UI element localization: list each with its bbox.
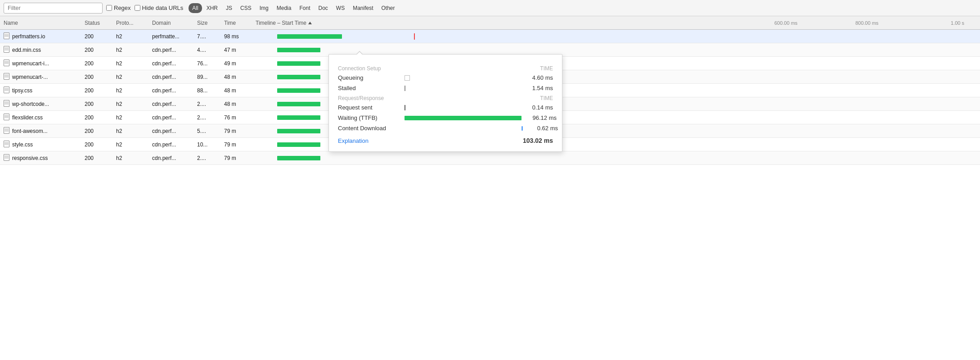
network-table: Name Status Proto... Domain Size Time Ti…	[0, 16, 980, 360]
svg-rect-28	[4, 127, 9, 133]
cell-proto-5: h2	[112, 101, 148, 107]
file-icon-1	[4, 46, 9, 54]
filter-btn-media[interactable]: Media	[273, 3, 295, 13]
col-header-size[interactable]: Size	[193, 20, 220, 26]
cell-time-2: 49 m	[220, 60, 252, 67]
tooltip-explanation-link[interactable]: Explanation	[338, 137, 369, 144]
col-header-timeline[interactable]: Timeline – Start Time 600.00 ms 800.00 m…	[252, 16, 980, 30]
filter-btn-js[interactable]: JS	[222, 3, 236, 13]
svg-rect-36	[4, 154, 9, 160]
tick-800ms: 800.00 ms	[855, 20, 878, 26]
timeline-bar-0	[277, 34, 342, 39]
file-icon-6	[4, 114, 9, 122]
filter-btn-img[interactable]: Img	[256, 3, 272, 13]
cell-size-0: 7....	[193, 33, 220, 40]
tooltip-request-response-time-header: TIME	[540, 95, 553, 101]
cell-name-9: responsive.css	[0, 154, 81, 162]
cell-time-5: 48 m	[220, 101, 252, 107]
cell-time-1: 47 m	[220, 47, 252, 53]
tooltip-request-sent-bar-area	[405, 105, 518, 110]
cell-name-6: flexslider.css	[0, 114, 81, 122]
tooltip-request-sent-label: Request sent	[338, 104, 401, 111]
cell-domain-3: cdn.perf...	[148, 74, 193, 80]
filter-btn-other[interactable]: Other	[378, 3, 399, 13]
row-name-9: responsive.css	[12, 155, 48, 161]
cell-domain-6: cdn.perf...	[148, 114, 193, 121]
cell-time-6: 76 m	[220, 114, 252, 121]
tooltip-content-download-bar	[521, 126, 523, 131]
row-name-3: wpmenucart-...	[12, 74, 48, 80]
timeline-bar-area-0	[256, 33, 976, 40]
file-icon-5	[4, 100, 9, 108]
table-row[interactable]: responsive.css 200 h2 cdn.perf... 2.... …	[0, 151, 980, 165]
cell-name-4: tipsy.css	[0, 87, 81, 95]
cell-name-0: perfmatters.io	[0, 32, 81, 41]
cell-status-1: 200	[81, 47, 112, 53]
cell-status-6: 200	[81, 114, 112, 121]
file-icon-2	[4, 59, 9, 68]
filter-btn-ws[interactable]: WS	[333, 3, 348, 13]
file-icon-4	[4, 87, 9, 95]
cell-status-3: 200	[81, 74, 112, 80]
timeline-bar-area-1	[256, 47, 976, 53]
row-name-8: style.css	[12, 141, 33, 148]
timeline-bar-2	[277, 61, 320, 66]
svg-rect-0	[4, 32, 9, 39]
filter-btn-manifest[interactable]: Manifest	[349, 3, 377, 13]
cell-proto-0: h2	[112, 33, 148, 40]
tooltip-stalled-label: Stalled	[338, 85, 401, 91]
filter-btn-font[interactable]: Font	[296, 3, 314, 13]
row-name-4: tipsy.css	[12, 87, 32, 94]
table-header-row: Name Status Proto... Domain Size Time Ti…	[0, 16, 980, 30]
timeline-bar-4	[277, 88, 320, 93]
filter-btn-xhr[interactable]: XHR	[203, 3, 221, 13]
tooltip-request-sent-value: 0.14 ms	[521, 104, 553, 111]
timeline-bar-8	[277, 142, 320, 147]
filter-btn-css[interactable]: CSS	[237, 3, 255, 13]
col-header-status[interactable]: Status	[81, 20, 112, 26]
row-name-1: edd.min.css	[12, 47, 41, 53]
regex-checkbox[interactable]	[106, 5, 112, 11]
cell-status-8: 200	[81, 141, 112, 148]
cell-proto-2: h2	[112, 60, 148, 67]
filter-btn-all[interactable]: All	[189, 3, 202, 13]
cell-time-9: 79 m	[220, 155, 252, 161]
col-header-name[interactable]: Name	[0, 20, 81, 26]
cell-size-8: 10...	[193, 141, 220, 148]
table-row[interactable]: perfmatters.io 200 h2 perfmatte... 7....…	[0, 30, 980, 43]
cell-domain-7: cdn.perf...	[148, 128, 193, 134]
cell-proto-4: h2	[112, 87, 148, 94]
svg-rect-4	[4, 46, 9, 52]
toolbar: Regex Hide data URLs All XHR JS CSS Img …	[0, 0, 980, 16]
cell-status-0: 200	[81, 33, 112, 40]
cell-time-7: 79 m	[220, 128, 252, 134]
tooltip-row-content-download: Content Download 0.62 ms	[338, 125, 553, 132]
tooltip-waiting-value: 96.12 ms	[525, 114, 557, 121]
filter-input[interactable]	[4, 3, 103, 14]
tooltip-request-sent-bar	[405, 105, 405, 110]
tooltip-connection-setup-label: Connection Setup	[338, 65, 381, 72]
hide-data-urls-checkbox[interactable]	[135, 5, 140, 11]
cell-status-5: 200	[81, 101, 112, 107]
filter-btn-doc[interactable]: Doc	[315, 3, 331, 13]
timeline-header-label: Timeline – Start Time	[252, 20, 306, 26]
tooltip-request-response-header: Request/Response TIME	[338, 95, 553, 101]
cell-proto-3: h2	[112, 74, 148, 80]
svg-rect-16	[4, 87, 9, 93]
cell-size-2: 76...	[193, 60, 220, 67]
timeline-bar-9	[277, 156, 320, 160]
col-header-proto[interactable]: Proto...	[112, 20, 148, 26]
col-header-time[interactable]: Time	[220, 20, 252, 26]
svg-rect-8	[4, 59, 9, 66]
col-header-domain[interactable]: Domain	[148, 20, 193, 26]
cell-domain-8: cdn.perf...	[148, 141, 193, 148]
cell-time-4: 48 m	[220, 87, 252, 94]
tooltip-queueing-label: Queueing	[338, 74, 401, 81]
cell-size-5: 2....	[193, 101, 220, 107]
row-name-2: wpmenucart-i...	[12, 60, 49, 67]
cell-proto-7: h2	[112, 128, 148, 134]
tooltip-footer: Explanation 103.02 ms	[338, 135, 553, 144]
cell-proto-8: h2	[112, 141, 148, 148]
tick-1s: 1.00 s	[951, 20, 964, 26]
cell-timeline-0	[252, 30, 980, 43]
